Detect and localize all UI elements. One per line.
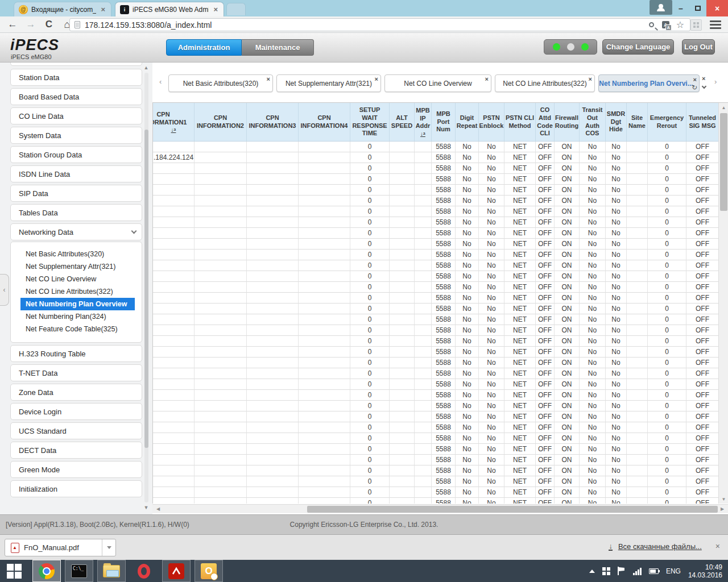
scroll-up-icon[interactable]: ▲: [719, 103, 728, 113]
zoom-icon[interactable]: [649, 22, 654, 27]
content-tab-net-co-line-attributes-322[interactable]: Net CO Line Attributes(322)×: [495, 74, 595, 92]
sidebar-item-networking-data[interactable]: Networking Data: [10, 223, 142, 240]
table-row[interactable]: 05588NoNoNETOFFONNoNo0OFF: [153, 293, 719, 304]
column-header-tunneled-sig-msg[interactable]: Tunneled SIG MSG: [686, 103, 719, 141]
column-header-transit-out-auth-cos[interactable]: Transit Out Auth COS: [580, 103, 606, 141]
table-row[interactable]: 05588NoNoNETOFFONNoNo0OFF: [153, 142, 719, 152]
clock[interactable]: 10:49 14.03.2016: [688, 563, 722, 579]
browser-tab-ipecs[interactable]: i iPECS eMG80 Web Admin ×: [115, 2, 224, 16]
tab-administration[interactable]: Administration: [166, 39, 242, 56]
download-options-button[interactable]: [102, 539, 115, 556]
sidebar-item-sip-data[interactable]: SIP Data: [10, 185, 142, 202]
tab-close-icon[interactable]: ×: [100, 5, 106, 14]
column-header-setup-wait-response-time[interactable]: SETUP WAIT RESPONSE TIME: [350, 103, 390, 141]
table-row[interactable]: 05588NoNoNETOFFONNoNo0OFF: [153, 314, 719, 325]
sort-ascending-icon[interactable]: ↓ᵃ: [420, 131, 425, 137]
close-download-bar-icon[interactable]: ×: [715, 542, 720, 551]
tab-close-icon[interactable]: ×: [693, 76, 697, 83]
taskbar-opera-button[interactable]: [130, 560, 158, 582]
action-center-flag-icon[interactable]: [618, 567, 626, 575]
table-row[interactable]: 05588NoNoNETOFFONNoNo0OFF: [153, 368, 719, 379]
table-row[interactable]: 05588NoNoNETOFFONNoNo0OFF: [153, 304, 719, 314]
sidebar-item-ucs-standard[interactable]: UCS Standard: [10, 422, 142, 439]
profile-button[interactable]: [650, 0, 672, 15]
sidebar-item-station-data[interactable]: Station Data: [10, 69, 142, 86]
taskbar-start-button[interactable]: [0, 560, 28, 582]
new-tab-button[interactable]: [226, 3, 246, 15]
column-header-cpn-information1[interactable]: CPN INFORMATION1↓ᵃ: [153, 103, 195, 141]
sidebar-subitem-net-co-line-attributes-322[interactable]: Net CO Line Attributes(322): [20, 285, 135, 298]
table-row[interactable]: 05588NoNoNETOFFONNoNo0OFF: [153, 271, 719, 282]
sidebar-item-clipped[interactable]: [10, 63, 142, 66]
sidebar-item-initialization[interactable]: Initialization: [10, 480, 142, 497]
tabs-scroll-left-icon[interactable]: ‹: [159, 77, 162, 86]
network-signal-icon[interactable]: [633, 567, 642, 575]
table-row[interactable]: 05588NoNoNETOFFONNoNo0OFF: [153, 422, 719, 433]
table-row[interactable]: 05588NoNoNETOFFONNoNo0OFF: [153, 357, 719, 368]
table-row[interactable]: 05588NoNoNETOFFONNoNo0OFF: [153, 411, 719, 422]
table-row[interactable]: 05588NoNoNETOFFONNoNo0OFF: [153, 465, 719, 476]
close-window-button[interactable]: ×: [706, 0, 728, 16]
sidebar-subitem-net-co-line-overview[interactable]: Net CO Line Overview: [20, 273, 135, 285]
horizontal-scrollbar-thumb[interactable]: [307, 506, 718, 513]
table-row[interactable]: 05588NoNoNETOFFONNoNo0OFF: [153, 347, 719, 357]
scroll-down-icon[interactable]: ▼: [719, 494, 728, 504]
grid-vertical-scrollbar[interactable]: ▲ ▼: [718, 103, 728, 504]
table-row[interactable]: 05588NoNoNETOFFONNoNo0OFF: [153, 250, 719, 260]
taskbar-cmd-button[interactable]: C:\_: [65, 560, 93, 582]
content-tab-net-supplementary-attr-321[interactable]: Net Supplementary Attr(321)×: [276, 74, 381, 92]
table-row[interactable]: 05588NoNoNETOFFONNoNo0OFF: [153, 444, 719, 455]
log-out-button[interactable]: Log Out: [682, 39, 715, 55]
table-row[interactable]: 05588NoNoNETOFFONNoNo0OFF: [153, 390, 719, 401]
column-header-pstn-enblock[interactable]: PSTN Enblock: [479, 103, 504, 141]
url-text[interactable]: 178.124.159.153:8080/a_index.html: [85, 20, 649, 30]
table-row[interactable]: 05588NoNoNETOFFONNoNo0OFF: [153, 206, 719, 217]
column-header-mpb-port-num[interactable]: MPB Port Num: [432, 103, 456, 141]
column-header-smdr-dgt-hide[interactable]: SMDR Dgt Hide: [606, 103, 627, 141]
column-header-digit-repeat[interactable]: Digit Repeat: [456, 103, 479, 141]
vertical-scrollbar-thumb[interactable]: [720, 113, 727, 211]
sidebar-item-h-323-routing-table[interactable]: H.323 Routing Table: [10, 345, 142, 362]
close-all-tabs-icon[interactable]: ×: [702, 75, 705, 82]
table-row[interactable]: 05588NoNoNETOFFONNoNo0OFF: [153, 433, 719, 444]
table-row[interactable]: 05588NoNoNETOFFONNoNo0OFF: [153, 228, 719, 239]
taskbar-file-explorer-button[interactable]: [97, 560, 126, 582]
tab-close-icon[interactable]: ×: [212, 5, 219, 14]
table-row[interactable]: 05588NoNoNETOFFONNoNo0OFF: [153, 185, 719, 196]
sidebar-subitem-net-numbering-plan-324[interactable]: Net Numbering Plan(324): [20, 310, 135, 323]
browser-menu-button[interactable]: [710, 20, 721, 30]
sidebar-item-t-net-data[interactable]: T-NET Data: [10, 364, 142, 381]
table-row[interactable]: 05588NoNoNETOFFONNoNo0OFF: [153, 379, 719, 390]
change-language-button[interactable]: Change Language: [602, 39, 674, 55]
sidebar-item-isdn-line-data[interactable]: ISDN Line Data: [10, 165, 142, 182]
tab-list-chevron-icon[interactable]: [702, 84, 706, 89]
all-downloads-link[interactable]: Все скачанные файлы...: [618, 542, 702, 551]
address-bar[interactable]: 178.124.159.153:8080/a_index.html A ☆: [69, 18, 690, 31]
column-header-mpb-ip-addr[interactable]: MPB IP Addr↓ᵃ: [415, 103, 432, 141]
scroll-right-icon[interactable]: ▶: [718, 505, 727, 514]
column-header-cpn-information4[interactable]: CPN INFORMATION4: [299, 103, 350, 141]
reload-button[interactable]: C: [43, 19, 55, 30]
table-row[interactable]: 05588NoNoNETOFFONNoNo0OFF: [153, 260, 719, 271]
tab-close-icon[interactable]: ×: [589, 76, 592, 82]
table-row[interactable]: 05588NoNoNETOFFONNoNo0OFF: [153, 498, 719, 504]
column-header-alt-speed[interactable]: ALT SPEED: [390, 103, 415, 141]
taskbar-outlook-button[interactable]: O: [195, 560, 223, 582]
column-header-cpn-information2[interactable]: CPN INFORMATION2: [195, 103, 247, 141]
column-header-co-attd-code-cli[interactable]: CO Attd Code CLI: [536, 103, 555, 141]
table-row[interactable]: 05588NoNoNETOFFONNoNo0OFF: [153, 282, 719, 293]
bookmark-star-icon[interactable]: ☆: [676, 19, 684, 30]
column-header-emergency-rerout[interactable]: Emergency Rerout: [648, 103, 686, 141]
tab-maintenance[interactable]: Maintenance: [242, 39, 314, 56]
table-row[interactable]: 05588NoNoNETOFFONNoNo0OFF: [153, 487, 719, 498]
browser-tab-mail[interactable]: @ Входящие - citycom_bres ×: [14, 2, 111, 16]
taskbar-acrobat-button[interactable]: [162, 560, 191, 582]
table-row[interactable]: 05588NoNoNETOFFONNoNo0OFF: [153, 325, 719, 336]
downloaded-file-button[interactable]: FnO_Manual.pdf: [5, 539, 116, 556]
column-header-cpn-information3[interactable]: CPN INFORMATION3: [247, 103, 299, 141]
sidebar-item-tables-data[interactable]: Tables Data: [10, 204, 142, 221]
table-row[interactable]: 05588NoNoNETOFFONNoNo0OFF: [153, 196, 719, 206]
sidebar-subitem-net-numbering-plan-overview[interactable]: Net Numbering Plan Overview: [20, 298, 135, 310]
sidebar-item-board-based-data[interactable]: Board Based Data: [10, 88, 142, 105]
scroll-left-icon[interactable]: ◀: [154, 505, 163, 514]
